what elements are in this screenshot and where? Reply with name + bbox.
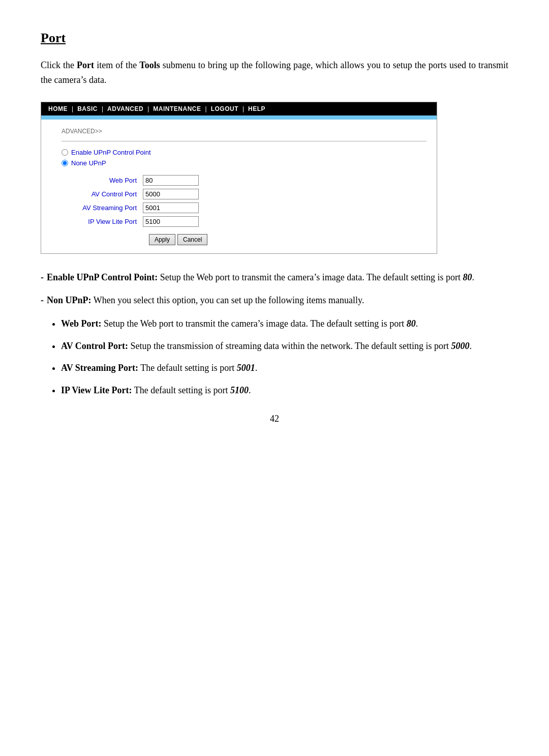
port-row-av-control: AV Control Port [62, 189, 426, 199]
radio-upnp-label: Enable UPnP Control Point [71, 149, 151, 156]
nav-help[interactable]: HELP [248, 105, 265, 112]
desc-body-upnp: Setup the Web port to transmit the camer… [158, 272, 463, 282]
desc-label-non-upnp: Non UPnP: [47, 295, 92, 305]
port-input-av-streaming[interactable] [143, 202, 199, 213]
page-title: Port [41, 31, 508, 46]
radio-group: Enable UPnP Control Point None UPnP [62, 149, 426, 167]
intro-text-middle1: item of the [94, 60, 139, 70]
bullet-text-web: Setup the Web port to transmit the camer… [101, 318, 406, 329]
nav-sep-4: | [205, 105, 207, 112]
bullet-av-control: AV Control Port: Setup the transmission … [61, 339, 508, 354]
desc-dash-non-upnp: - [41, 293, 44, 308]
cancel-button[interactable]: Cancel [177, 234, 207, 245]
page-number: 42 [41, 414, 508, 424]
intro-port-bold: Port [77, 60, 94, 70]
radio-upnp[interactable] [62, 149, 68, 156]
nav-sep-2: | [102, 105, 103, 112]
radio-none[interactable] [62, 160, 68, 166]
bullet-av-streaming: AV Streaming Port: The default setting i… [61, 361, 508, 376]
bullet-text-av-control: Setup the transmission of streaming data… [128, 341, 451, 351]
nav-sep-1: | [72, 105, 73, 112]
bullet-port-av-streaming: 5001 [237, 363, 255, 373]
desc-text-upnp: Enable UPnP Control Point: Setup the Web… [47, 270, 474, 285]
bullet-list: Web Port: Setup the Web port to transmit… [41, 316, 508, 398]
desc-label-upnp: Enable UPnP Control Point: [47, 272, 158, 282]
desc-text-non-upnp: Non UPnP: When you select this option, y… [47, 293, 364, 308]
desc-item-upnp: - Enable UPnP Control Point: Setup the W… [41, 270, 508, 285]
description-section: - Enable UPnP Control Point: Setup the W… [41, 270, 508, 398]
button-row: Apply Cancel [149, 234, 426, 245]
port-row-web: Web Port [62, 175, 426, 186]
ui-panel: HOME | BASIC | ADVANCED | MAINTENANCE | … [41, 102, 437, 254]
bullet-label-ip-view: IP View Lite Port: [61, 385, 132, 395]
radio-row-upnp: Enable UPnP Control Point [62, 149, 426, 156]
port-row-ip-view: IP View Lite Port [62, 216, 426, 227]
port-label-av-streaming: AV Streaming Port [62, 204, 143, 212]
bullet-after-ip-view: . [249, 385, 251, 395]
bullet-label-web: Web Port: [61, 318, 101, 329]
bullet-after-av-control: . [470, 341, 472, 351]
bullet-port-ip-view: 5100 [230, 385, 249, 395]
desc-item-non-upnp: - Non UPnP: When you select this option,… [41, 293, 508, 308]
panel-divider [62, 141, 426, 141]
nav-sep-3: | [147, 105, 149, 112]
nav-basic[interactable]: BASIC [77, 105, 98, 112]
bullet-port-web: 80 [407, 318, 416, 329]
intro-text-before: Click the [41, 60, 77, 70]
desc-after-upnp: . [472, 272, 474, 282]
nav-home[interactable]: HOME [48, 105, 68, 112]
radio-none-label: None UPnP [71, 159, 106, 167]
port-label-ip-view: IP View Lite Port [62, 218, 143, 225]
bullet-web-port: Web Port: Setup the Web port to transmit… [61, 316, 508, 332]
desc-port-upnp: 80 [463, 272, 472, 282]
desc-body-non-upnp: When you select this option, you can set… [92, 295, 364, 305]
bullet-after-web: . [416, 318, 418, 329]
radio-row-none: None UPnP [62, 159, 426, 167]
intro-paragraph: Click the Port item of the Tools submenu… [41, 58, 508, 88]
nav-advanced[interactable]: ADVANCED [107, 105, 143, 112]
nav-maintenance[interactable]: MAINTENANCE [153, 105, 201, 112]
port-input-av-control[interactable] [143, 189, 199, 199]
nav-bar: HOME | BASIC | ADVANCED | MAINTENANCE | … [41, 102, 437, 115]
port-table: Web Port AV Control Port AV Streaming Po… [62, 175, 426, 227]
apply-button[interactable]: Apply [149, 234, 175, 245]
nav-accent-bar [41, 115, 437, 120]
port-label-web: Web Port [62, 177, 143, 184]
nav-sep-5: | [242, 105, 244, 112]
bullet-port-av-control: 5000 [451, 341, 470, 351]
port-row-av-streaming: AV Streaming Port [62, 202, 426, 213]
bullet-label-av-streaming: AV Streaming Port: [61, 363, 138, 373]
breadcrumb: ADVANCED>> [62, 128, 426, 135]
port-input-web[interactable] [143, 175, 199, 186]
bullet-after-av-streaming: . [255, 363, 258, 373]
port-label-av-control: AV Control Port [62, 190, 143, 198]
port-input-ip-view[interactable] [143, 216, 199, 227]
nav-logout[interactable]: LOGOUT [211, 105, 238, 112]
desc-dash-upnp: - [41, 270, 44, 285]
bullet-label-av-control: AV Control Port: [61, 341, 128, 351]
intro-tools-bold: Tools [139, 60, 160, 70]
bullet-text-ip-view: The default setting is port [132, 385, 230, 395]
bullet-text-av-streaming: The default setting is port [138, 363, 237, 373]
panel-body: ADVANCED>> Enable UPnP Control Point Non… [41, 120, 437, 253]
bullet-ip-view: IP View Lite Port: The default setting i… [61, 383, 508, 398]
